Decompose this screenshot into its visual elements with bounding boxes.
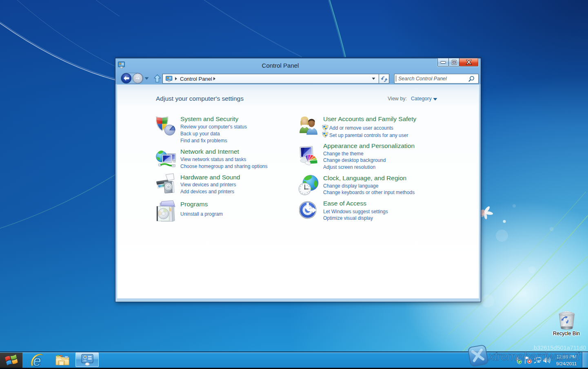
svg-text:xtremehardware.it: xtremehardware.it xyxy=(488,349,581,363)
